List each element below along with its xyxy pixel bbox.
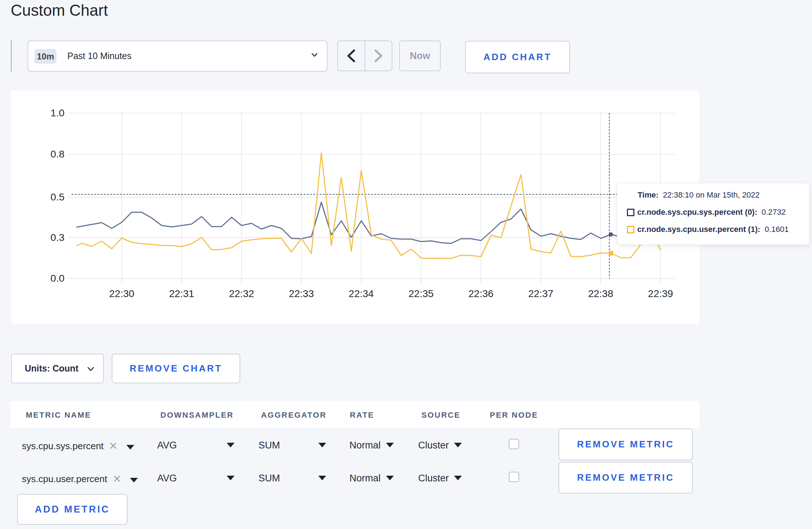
svg-text:22:37: 22:37 xyxy=(528,288,553,299)
svg-text:22:39: 22:39 xyxy=(648,288,673,299)
svg-text:22:32: 22:32 xyxy=(229,288,254,299)
svg-text:22:30: 22:30 xyxy=(109,288,134,299)
svg-text:0.0: 0.0 xyxy=(50,273,64,284)
svg-text:22:38: 22:38 xyxy=(588,288,613,299)
svg-text:22:35: 22:35 xyxy=(409,288,434,299)
svg-text:0.5: 0.5 xyxy=(50,191,64,203)
svg-text:22:33: 22:33 xyxy=(289,288,314,299)
svg-text:22:34: 22:34 xyxy=(349,288,374,299)
svg-text:22:36: 22:36 xyxy=(468,288,493,299)
svg-text:22:31: 22:31 xyxy=(169,288,194,299)
svg-text:0.8: 0.8 xyxy=(50,149,64,160)
svg-text:0.3: 0.3 xyxy=(50,232,64,243)
svg-text:1.0: 1.0 xyxy=(50,107,64,118)
